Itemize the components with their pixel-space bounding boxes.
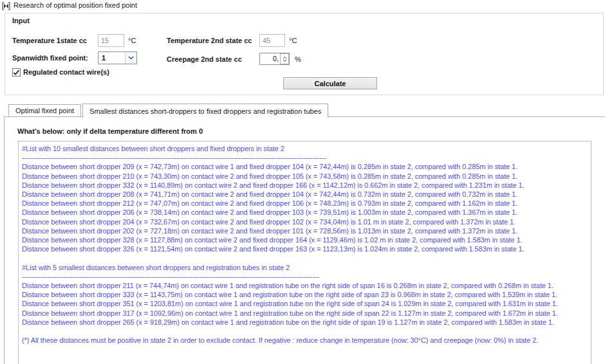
- spinner-updown-icon[interactable]: [280, 53, 289, 64]
- spanwidth-label: Spanwidth fixed point:: [12, 54, 88, 62]
- result-line: Distance between short dropper 265 (x = …: [22, 318, 591, 327]
- result-line: Distance between short dropper 202 (x = …: [22, 226, 591, 235]
- result-line: [22, 327, 591, 336]
- temperature2-unit: °C: [289, 37, 297, 44]
- result-line: (*) All these distances must be positive…: [22, 336, 591, 345]
- tab-strip: Optimal fixed pointSmallest distances sh…: [4, 102, 605, 117]
- result-line: Distance between short dropper 351 (x = …: [22, 299, 591, 308]
- result-line: Distance between short dropper 210 (x = …: [22, 172, 591, 181]
- result-line: ----------------------------------------…: [22, 272, 591, 281]
- result-line: Distance between short dropper 326 (x = …: [22, 244, 591, 253]
- temperature2-label: Temperature 2nd state cc: [167, 37, 252, 44]
- result-line: ----------------------------------------…: [22, 153, 591, 162]
- spanwidth-value: 1: [98, 54, 125, 62]
- temperature1-label: Temperature 1state cc: [12, 37, 87, 44]
- creepage-value: 0,: [260, 53, 280, 64]
- result-line: Distance between short dropper 204 (x = …: [22, 217, 591, 226]
- result-line: Distance between short dropper 211 (x = …: [22, 281, 591, 290]
- result-line: #List with 10 smallest distances between…: [22, 144, 591, 153]
- temperature1-unit: °C: [128, 37, 136, 44]
- tab-item[interactable]: Optimal fixed point: [8, 104, 81, 117]
- temperature1-input[interactable]: 15: [98, 34, 124, 47]
- chevron-down-icon[interactable]: [125, 52, 136, 64]
- title-bar: Research of optimal position fixed point: [0, 0, 605, 11]
- app-window: Research of optimal position fixed point…: [0, 0, 605, 364]
- spanwidth-combobox[interactable]: 1: [98, 51, 137, 64]
- result-line: Distance between short dropper 208 (x = …: [22, 190, 591, 199]
- creepage-label: Creepage 2nd state cc: [167, 55, 242, 63]
- result-line: Distance between short dropper 333 (x = …: [22, 290, 591, 299]
- result-line: Distance between short dropper 206 (x = …: [22, 208, 591, 217]
- result-line: [22, 253, 591, 262]
- temperature2-input[interactable]: 45: [259, 34, 285, 47]
- result-line: Distance between short dropper 212 (x = …: [22, 199, 591, 208]
- creepage-unit: %: [295, 55, 301, 63]
- tab-item[interactable]: Smallest distances short-droppers to fix…: [82, 104, 328, 118]
- regulated-checkbox-label: Regulated contact wire(s): [23, 68, 109, 76]
- result-line: Distance between short dropper 317 (x = …: [22, 309, 591, 318]
- result-line: #List with 5 smallest distances between …: [22, 263, 591, 272]
- result-line: Distance between short dropper 332 (x = …: [22, 181, 591, 190]
- catenary-bowtie-icon: [2, 1, 10, 10]
- result-line: Distance between short dropper 209 (x = …: [22, 162, 591, 171]
- result-line: Distance between short dropper 328 (x = …: [22, 235, 591, 244]
- results-textbox[interactable]: #List with 10 smallest distances between…: [18, 141, 591, 364]
- calculate-button[interactable]: Calculate: [283, 77, 377, 89]
- input-groupbox: Input Temperature 1state cc 15 °C Temper…: [5, 13, 604, 95]
- results-header: What's below: only if delta temperature …: [17, 127, 203, 135]
- window-title: Research of optimal position fixed point: [14, 1, 137, 9]
- creepage-spinner[interactable]: 0,: [259, 53, 290, 65]
- checkmark-icon: [13, 69, 20, 76]
- regulated-checkbox[interactable]: [12, 68, 21, 77]
- input-groupbox-title: Input: [12, 17, 30, 24]
